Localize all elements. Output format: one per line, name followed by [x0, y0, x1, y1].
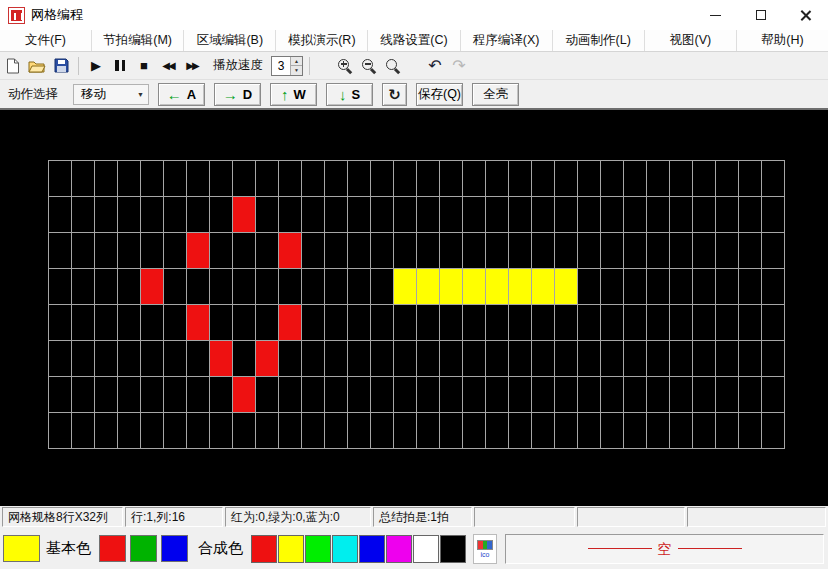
move-down-button[interactable]: ↓ S [326, 83, 373, 106]
grid-cell[interactable] [716, 161, 739, 197]
grid-cell[interactable] [509, 305, 532, 341]
composite-red-swatch[interactable] [99, 535, 126, 562]
grid-cell[interactable] [164, 197, 187, 233]
grid-cell[interactable] [325, 341, 348, 377]
grid-cell[interactable] [670, 305, 693, 341]
grid-cell[interactable] [670, 197, 693, 233]
pause-button[interactable] [109, 55, 131, 77]
grid-cell[interactable] [371, 161, 394, 197]
move-right-button[interactable]: → D [214, 83, 261, 106]
grid-cell[interactable] [164, 413, 187, 449]
grid-cell[interactable] [325, 377, 348, 413]
grid-cell[interactable] [463, 269, 486, 305]
grid-cell[interactable] [348, 233, 371, 269]
grid-cell[interactable] [210, 377, 233, 413]
grid-cell[interactable] [440, 413, 463, 449]
palette-swatch-magenta[interactable] [386, 535, 412, 563]
grid-cell[interactable] [486, 269, 509, 305]
grid-cell[interactable] [601, 413, 624, 449]
grid-cell[interactable] [463, 161, 486, 197]
stop-button[interactable]: ■ [133, 55, 155, 77]
grid-cell[interactable] [578, 305, 601, 341]
grid-cell[interactable] [95, 269, 118, 305]
grid-cell[interactable] [187, 269, 210, 305]
grid-cell[interactable] [49, 377, 72, 413]
grid-cell[interactable] [417, 233, 440, 269]
grid-cell[interactable] [256, 305, 279, 341]
fast-forward-button[interactable]: ▶▶ [181, 55, 203, 77]
grid-cell[interactable] [256, 377, 279, 413]
grid-cell[interactable] [49, 233, 72, 269]
grid-cell[interactable] [302, 305, 325, 341]
grid-cell[interactable] [693, 377, 716, 413]
grid-cell[interactable] [601, 161, 624, 197]
grid-cell[interactable] [95, 197, 118, 233]
zoom-in-button[interactable] [334, 55, 356, 77]
grid-cell[interactable] [279, 305, 302, 341]
grid-cell[interactable] [95, 305, 118, 341]
grid-cell[interactable] [601, 233, 624, 269]
grid-cell[interactable] [716, 197, 739, 233]
grid-cell[interactable] [532, 233, 555, 269]
grid-cell[interactable] [233, 377, 256, 413]
grid-cell[interactable] [233, 413, 256, 449]
grid-cell[interactable] [141, 413, 164, 449]
grid-cell[interactable] [486, 377, 509, 413]
grid-cell[interactable] [371, 413, 394, 449]
grid-cell[interactable] [647, 305, 670, 341]
grid-cell[interactable] [670, 269, 693, 305]
grid-cell[interactable] [670, 233, 693, 269]
grid-cell[interactable] [578, 413, 601, 449]
grid-cell[interactable] [49, 341, 72, 377]
grid-cell[interactable] [118, 269, 141, 305]
menu-item-file[interactable]: 文件(F) [0, 30, 92, 51]
grid-cell[interactable] [325, 161, 348, 197]
grid-cell[interactable] [164, 377, 187, 413]
rewind-button[interactable]: ◀◀ [157, 55, 179, 77]
grid-cell[interactable] [118, 161, 141, 197]
grid-cell[interactable] [624, 305, 647, 341]
grid-cell[interactable] [371, 233, 394, 269]
grid-cell[interactable] [739, 197, 762, 233]
grid-cell[interactable] [440, 233, 463, 269]
grid-cell[interactable] [95, 377, 118, 413]
grid-cell[interactable] [578, 341, 601, 377]
grid-cell[interactable] [279, 269, 302, 305]
grid-cell[interactable] [118, 197, 141, 233]
grid-cell[interactable] [509, 197, 532, 233]
grid-cell[interactable] [555, 269, 578, 305]
grid-cell[interactable] [417, 305, 440, 341]
grid-cell[interactable] [164, 161, 187, 197]
grid-cell[interactable] [716, 269, 739, 305]
grid-cell[interactable] [187, 413, 210, 449]
grid-cell[interactable] [578, 377, 601, 413]
grid-cell[interactable] [532, 305, 555, 341]
grid-cell[interactable] [647, 197, 670, 233]
menu-item-beat-edit[interactable]: 节拍编辑(M) [92, 30, 184, 51]
grid-cell[interactable] [72, 161, 95, 197]
undo-button[interactable]: ↶ [424, 55, 446, 77]
grid-cell[interactable] [716, 377, 739, 413]
grid-cell[interactable] [762, 269, 785, 305]
grid-cell[interactable] [118, 341, 141, 377]
palette-swatch-cyan[interactable] [332, 535, 358, 563]
grid-cell[interactable] [440, 161, 463, 197]
grid-cell[interactable] [555, 413, 578, 449]
grid-cell[interactable] [440, 305, 463, 341]
grid-cell[interactable] [256, 413, 279, 449]
grid-cell[interactable] [394, 341, 417, 377]
grid-cell[interactable] [279, 413, 302, 449]
grid-cell[interactable] [532, 413, 555, 449]
grid-cell[interactable] [417, 413, 440, 449]
composite-blue-swatch[interactable] [161, 535, 188, 562]
grid-cell[interactable] [394, 377, 417, 413]
move-left-button[interactable]: ← A [158, 83, 205, 106]
move-up-button[interactable]: ↑ W [270, 83, 317, 106]
grid-cell[interactable] [555, 377, 578, 413]
grid-cell[interactable] [693, 269, 716, 305]
menu-item-help[interactable]: 帮助(H) [737, 30, 828, 51]
menu-item-animation[interactable]: 动画制作(L) [553, 30, 645, 51]
grid-cell[interactable] [417, 341, 440, 377]
redo-button[interactable]: ↷ [448, 55, 470, 77]
grid-cell[interactable] [440, 377, 463, 413]
